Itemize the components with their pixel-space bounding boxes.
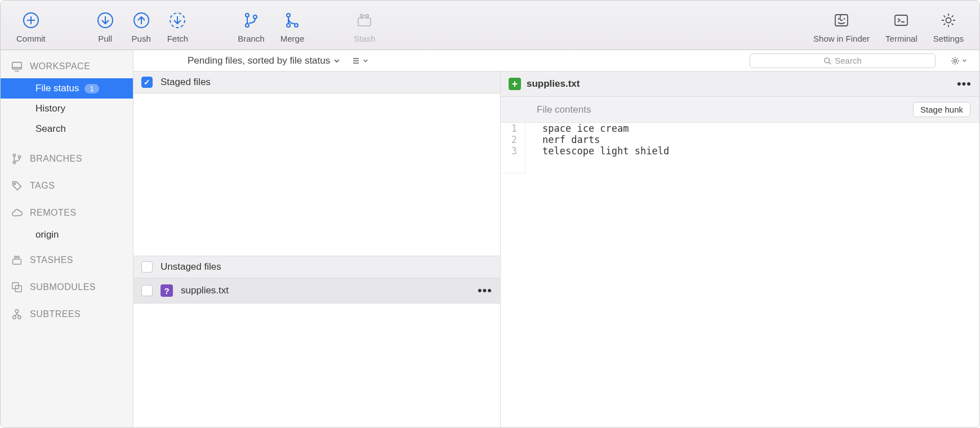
toolbar-left: Commit Pull Push Fetch: [8, 7, 384, 43]
line-content: nerf darts: [525, 134, 600, 145]
sidebar-item-label: origin: [35, 229, 59, 240]
unstaged-files-header: Unstaged files: [133, 256, 500, 278]
svg-point-30: [13, 154, 15, 156]
settings-dropdown[interactable]: [947, 56, 970, 66]
sort-dropdown[interactable]: Pending files, sorted by file status: [142, 55, 340, 66]
plus-circle-icon: [21, 10, 41, 30]
section-title: REMOTES: [30, 208, 77, 218]
code-line: 2 nerf darts: [501, 134, 979, 145]
file-row[interactable]: ? supplies.txt •••: [133, 278, 500, 304]
sidebar-item-search[interactable]: Search: [1, 119, 133, 139]
arrow-down-circle-icon: [95, 10, 115, 30]
section-title: SUBTREES: [30, 309, 81, 319]
svg-point-11: [253, 15, 257, 19]
line-number: 2: [501, 134, 525, 145]
sidebar-section-stashes[interactable]: STASHES: [1, 248, 133, 272]
sidebar-item-remote-origin[interactable]: origin: [1, 225, 133, 245]
stash-label: Stash: [354, 34, 375, 43]
pull-button[interactable]: Pull: [87, 7, 123, 43]
section-title: SUBMODULES: [30, 282, 96, 292]
branch-button[interactable]: Branch: [230, 7, 273, 43]
staged-checkbox[interactable]: [141, 77, 153, 88]
section-title: WORKSPACE: [30, 61, 90, 72]
cloud-icon: [11, 207, 23, 219]
terminal-button[interactable]: Terminal: [877, 7, 925, 43]
section-title: STASHES: [30, 255, 73, 265]
show-in-finder-button[interactable]: Show in Finder: [805, 7, 877, 43]
svg-point-33: [14, 183, 16, 185]
finder-label: Show in Finder: [813, 34, 870, 43]
stash-button[interactable]: Stash: [346, 7, 383, 43]
push-button[interactable]: Push: [123, 7, 159, 43]
chevron-down-icon: [333, 57, 340, 64]
sidebar-item-file-status[interactable]: File status 1: [1, 78, 133, 99]
toolbar: Commit Pull Push Fetch: [1, 1, 979, 50]
svg-rect-15: [358, 18, 371, 26]
sidebar-section-submodules[interactable]: SUBMODULES: [1, 275, 133, 299]
code-line: 3 telescope light shield: [501, 145, 979, 157]
search-input[interactable]: Search: [750, 54, 936, 68]
subtree-icon: [11, 308, 23, 320]
hunk-label: File contents: [537, 104, 591, 115]
svg-rect-34: [13, 259, 21, 264]
staged-header-label: Staged files: [161, 77, 211, 88]
sidebar-section-remotes[interactable]: REMOTES: [1, 201, 133, 225]
toolbar-right: Show in Finder Terminal Settings: [805, 7, 972, 43]
unstaged-header-label: Unstaged files: [161, 261, 221, 273]
svg-point-13: [287, 24, 290, 27]
svg-point-36: [17, 256, 19, 258]
chevron-down-icon: [962, 58, 967, 63]
code-line: 1 space ice cream: [501, 123, 979, 134]
sidebar-section-workspace[interactable]: WORKSPACE: [1, 55, 133, 78]
svg-line-44: [14, 314, 17, 316]
file-status-unknown-icon: ?: [161, 284, 173, 297]
settings-button[interactable]: Settings: [925, 7, 972, 43]
sidebar: WORKSPACE File status 1 History Search B…: [1, 50, 133, 427]
svg-line-45: [17, 314, 20, 316]
section-title: TAGS: [30, 181, 55, 191]
sidebar-section-subtrees[interactable]: SUBTREES: [1, 302, 133, 326]
file-more-button[interactable]: •••: [478, 283, 492, 298]
svg-point-9: [246, 14, 249, 17]
line-number: 3: [501, 145, 525, 157]
svg-point-35: [15, 256, 16, 258]
file-status-added-icon: +: [509, 78, 521, 90]
sidebar-section-tags[interactable]: TAGS: [1, 174, 133, 198]
staged-files-header: Staged files: [133, 72, 500, 93]
file-column: Staged files Unstaged files ? supplies.t…: [133, 72, 501, 427]
diff-more-button[interactable]: •••: [957, 77, 972, 91]
svg-point-40: [15, 310, 19, 313]
finder-icon: [831, 10, 852, 30]
code-lines: 1 space ice cream 2 nerf darts 3 telesco…: [501, 123, 979, 173]
unstaged-checkbox[interactable]: [141, 261, 153, 273]
content: Pending files, sorted by file status Sea…: [133, 50, 979, 427]
staged-files-area: [133, 93, 500, 256]
sidebar-item-history[interactable]: History: [1, 99, 133, 119]
fetch-button[interactable]: Fetch: [159, 7, 197, 43]
svg-point-49: [825, 57, 830, 63]
stage-hunk-button[interactable]: Stage hunk: [913, 102, 970, 117]
svg-point-51: [954, 59, 957, 62]
pull-label: Pull: [98, 34, 112, 43]
panes: Staged files Unstaged files ? supplies.t…: [133, 72, 979, 427]
line-number: 1: [501, 123, 525, 134]
line-content: telescope light shield: [525, 145, 669, 157]
sidebar-item-label: History: [35, 103, 65, 114]
commit-button[interactable]: Commit: [8, 7, 54, 43]
sidebar-section-branches[interactable]: BRANCHES: [1, 147, 133, 171]
stash-icon: [11, 254, 23, 266]
svg-point-41: [13, 316, 16, 319]
gear-icon: [938, 10, 959, 30]
monitor-icon: [11, 60, 23, 73]
viewmode-dropdown[interactable]: [351, 56, 368, 65]
merge-button[interactable]: Merge: [273, 7, 313, 43]
main: WORKSPACE File status 1 History Search B…: [1, 50, 979, 427]
file-checkbox[interactable]: [141, 285, 153, 296]
merge-icon: [282, 10, 302, 30]
branch-label: Branch: [238, 34, 265, 43]
diff-column: + supplies.txt ••• File contents Stage h…: [501, 72, 979, 427]
subbar: Pending files, sorted by file status Sea…: [133, 50, 979, 72]
svg-line-50: [829, 62, 831, 64]
stash-icon: [354, 10, 375, 30]
diff-file-name: supplies.txt: [527, 78, 580, 90]
